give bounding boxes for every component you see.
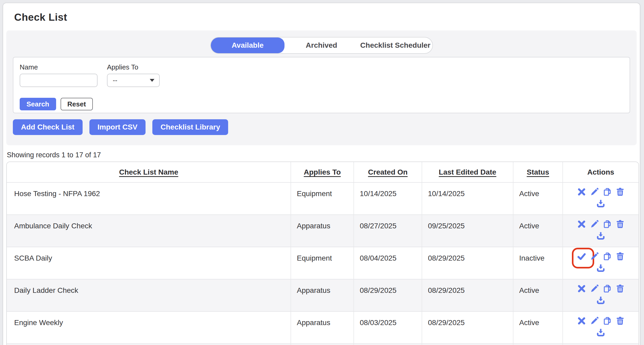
pencil-icon — [590, 252, 599, 261]
applies-to-select[interactable]: -- — [107, 74, 160, 87]
x-icon — [577, 284, 586, 293]
column-header-actions: Actions — [563, 162, 638, 183]
applies-to-field-label: Applies To — [107, 63, 160, 71]
download-button[interactable] — [596, 199, 605, 208]
tab-archived[interactable]: Archived — [285, 37, 358, 53]
copy-icon — [603, 284, 612, 293]
status-toggle-button[interactable] — [577, 284, 586, 293]
name-input[interactable] — [20, 74, 98, 87]
duplicate-button[interactable] — [603, 252, 612, 261]
x-icon — [577, 220, 586, 229]
column-header-applies-to[interactable]: Applies To — [291, 162, 354, 183]
duplicate-button[interactable] — [603, 220, 612, 229]
applies-to-cell: Equipment — [291, 183, 354, 215]
actions-cell — [563, 215, 638, 247]
download-button[interactable] — [596, 296, 605, 305]
column-header-created-on[interactable]: Created On — [354, 162, 422, 183]
download-button[interactable] — [596, 263, 605, 272]
delete-button[interactable] — [616, 284, 625, 293]
copy-icon — [603, 316, 612, 325]
applies-to-cell: Apparatus — [291, 312, 354, 344]
reset-button[interactable]: Reset — [61, 98, 93, 110]
tab-checklist-scheduler[interactable]: Checklist Scheduler — [358, 37, 432, 53]
pencil-icon — [590, 220, 599, 229]
created-on-cell: 08/04/2025 — [354, 247, 422, 279]
edit-button[interactable] — [590, 252, 599, 261]
column-header-check-list-name[interactable]: Check List Name — [7, 162, 291, 183]
download-icon — [596, 231, 605, 240]
status-toggle-button[interactable] — [577, 187, 586, 196]
check-list-name-cell: Daily Ladder Check — [7, 279, 291, 312]
applies-to-cell: Equipment — [291, 247, 354, 279]
column-header-last-edited-date[interactable]: Last Edited Date — [422, 162, 513, 183]
status-cell: Active — [513, 279, 563, 312]
table-row: Daily Ladder Check Apparatus 08/29/2025 … — [7, 279, 638, 312]
duplicate-button[interactable] — [603, 187, 612, 196]
trash-icon — [616, 284, 625, 293]
check-icon — [577, 252, 586, 261]
x-icon — [577, 187, 586, 196]
check-list-name-cell: Engine Weekly — [7, 312, 291, 344]
import-csv-button[interactable]: Import CSV — [89, 119, 146, 135]
status-cell: Active — [513, 183, 563, 215]
duplicate-button[interactable] — [603, 316, 612, 325]
last-edited-cell: 09/25/2025 — [422, 215, 513, 247]
table-row: Ambulance Daily Check Apparatus 08/27/20… — [7, 215, 638, 247]
check-list-name-cell: Hose Testing - NFPA 1962 — [7, 183, 291, 215]
column-header-status[interactable]: Status — [513, 162, 563, 183]
check-list-name-cell: Ambulance Daily Check — [7, 215, 291, 247]
download-button[interactable] — [596, 328, 605, 337]
download-icon — [596, 263, 605, 272]
checklist-library-button[interactable]: Checklist Library — [152, 119, 228, 135]
applies-to-cell: Apparatus — [291, 215, 354, 247]
pencil-icon — [590, 284, 599, 293]
tab-available[interactable]: Available — [211, 37, 285, 53]
delete-button[interactable] — [616, 316, 625, 325]
actions-cell — [563, 279, 638, 312]
actions-cell — [563, 247, 638, 279]
status-toggle-button[interactable] — [577, 316, 586, 325]
copy-icon — [603, 220, 612, 229]
checklist-page-card: Check List Available Archived Checklist … — [3, 3, 640, 345]
table-row: Hose Testing - NFPA 1962 Equipment 10/14… — [7, 183, 638, 215]
edit-button[interactable] — [590, 284, 599, 293]
status-toggle-button[interactable] — [577, 220, 586, 229]
check-list-name-cell: SCBA Daily — [7, 247, 291, 279]
download-button[interactable] — [596, 231, 605, 240]
last-edited-cell: 10/14/2025 — [422, 183, 513, 215]
table-header-row: Check List Name Applies To Created On La… — [7, 162, 638, 183]
pencil-icon — [590, 316, 599, 325]
delete-button[interactable] — [616, 252, 625, 261]
page-title: Check List — [14, 12, 637, 23]
created-on-cell: 08/29/2025 — [354, 279, 422, 312]
edit-button[interactable] — [590, 187, 599, 196]
checklist-table-body: Hose Testing - NFPA 1962 Equipment 10/14… — [7, 183, 638, 345]
toolbar: Add Check List Import CSV Checklist Libr… — [13, 119, 630, 135]
status-toggle-button[interactable] — [577, 252, 586, 261]
name-field-group: Name — [20, 63, 98, 87]
delete-button[interactable] — [616, 187, 625, 196]
status-cell: Active — [513, 215, 563, 247]
table-row: Engine Weekly Apparatus 08/03/2025 08/29… — [7, 312, 638, 344]
created-on-cell: 08/03/2025 — [354, 312, 422, 344]
actions-cell — [563, 312, 638, 344]
checklist-table: Check List Name Applies To Created On La… — [6, 161, 639, 345]
trash-icon — [616, 220, 625, 229]
edit-button[interactable] — [590, 220, 599, 229]
created-on-cell: 08/27/2025 — [354, 215, 422, 247]
search-button[interactable]: Search — [20, 98, 56, 110]
edit-button[interactable] — [590, 316, 599, 325]
chevron-down-icon — [150, 79, 154, 82]
applies-to-cell: Apparatus — [291, 279, 354, 312]
add-check-list-button[interactable]: Add Check List — [13, 119, 83, 135]
duplicate-button[interactable] — [603, 284, 612, 293]
trash-icon — [616, 252, 625, 261]
filter-panel: Available Archived Checklist Scheduler N… — [6, 30, 637, 145]
delete-button[interactable] — [616, 220, 625, 229]
applies-to-field-group: Applies To -- — [107, 63, 160, 87]
table-row: SCBA Daily Equipment 08/04/2025 08/29/20… — [7, 247, 638, 279]
last-edited-cell: 08/29/2025 — [422, 279, 513, 312]
last-edited-cell: 08/29/2025 — [422, 247, 513, 279]
copy-icon — [603, 187, 612, 196]
trash-icon — [616, 316, 625, 325]
